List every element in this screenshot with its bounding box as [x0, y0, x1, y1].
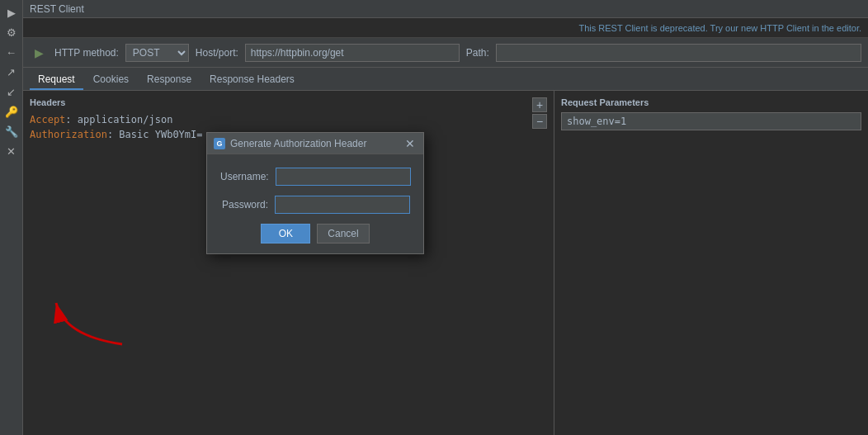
dialog-title-text: Generate Authorization Header	[230, 138, 366, 149]
password-label: Password:	[220, 199, 268, 210]
back-icon[interactable]: ←	[2, 43, 21, 61]
close-sidebar-icon[interactable]: ✕	[2, 142, 21, 160]
host-label: Host/port:	[196, 47, 238, 59]
path-label: Path:	[466, 47, 489, 59]
import-icon[interactable]: ↙	[2, 83, 21, 101]
generate-auth-dialog: G Generate Authorization Header ✕ Userna…	[206, 132, 424, 254]
tabs-bar: Request Cookies Response Response Header…	[23, 68, 868, 91]
params-panel: Request Parameters	[554, 91, 868, 435]
dialog-titlebar: G Generate Authorization Header ✕	[207, 133, 423, 154]
username-field: Username:	[220, 168, 410, 186]
run-button[interactable]: ▶	[30, 44, 48, 62]
content-area: Headers Accept: application/json Authori…	[23, 91, 868, 435]
password-field: Password:	[220, 196, 410, 214]
params-input[interactable]	[561, 112, 861, 130]
password-input[interactable]	[275, 196, 410, 214]
tab-response[interactable]: Response	[139, 70, 200, 90]
sidebar: ▶ ⚙ ← ↗ ↙ 🔑 🔧 ✕	[0, 0, 23, 435]
method-label: HTTP method:	[54, 47, 119, 59]
dialog-buttons: OK Cancel	[220, 224, 410, 244]
dialog-body: Username: Password: OK Cancel	[207, 154, 423, 253]
run-icon[interactable]: ▶	[2, 3, 21, 21]
cancel-button[interactable]: Cancel	[317, 224, 369, 244]
add-header-button[interactable]: +	[532, 97, 547, 112]
http-method-row: ▶ HTTP method: POST GET PUT DELETE Host/…	[23, 38, 868, 68]
tab-cookies[interactable]: Cookies	[85, 70, 137, 90]
header-line-1: Accept: application/json	[30, 112, 547, 127]
tools-icon[interactable]: 🔧	[2, 122, 21, 140]
username-input[interactable]	[276, 168, 411, 186]
path-input[interactable]	[496, 44, 861, 62]
header-key-2: Authorization	[30, 129, 107, 140]
dialog-close-button[interactable]: ✕	[403, 137, 417, 150]
panel-buttons: + −	[532, 97, 547, 129]
headers-label: Headers	[30, 97, 547, 107]
title-text: REST Client	[30, 3, 84, 15]
tab-request[interactable]: Request	[30, 70, 83, 90]
remove-header-button[interactable]: −	[532, 114, 547, 129]
ok-button[interactable]: OK	[261, 224, 310, 244]
header-value-1: : application/json	[65, 114, 172, 125]
deprecation-bar: This REST Client is deprecated. Try our …	[23, 18, 868, 38]
header-key-1: Accept	[30, 114, 65, 125]
dialog-title-left: G Generate Authorization Header	[214, 138, 366, 149]
http-method-select[interactable]: POST GET PUT DELETE	[125, 44, 189, 62]
dialog-icon: G	[214, 138, 225, 149]
export-icon[interactable]: ↗	[2, 63, 21, 81]
title-bar: REST Client	[23, 0, 868, 18]
auth-icon[interactable]: 🔑	[2, 102, 21, 121]
deprecation-text: This REST Client is deprecated. Try our …	[578, 23, 861, 33]
username-label: Username:	[220, 171, 269, 182]
params-label: Request Parameters	[561, 97, 861, 107]
main-content: REST Client This REST Client is deprecat…	[23, 0, 868, 435]
header-value-2: : Basic YWb0YmI=	[107, 129, 203, 140]
settings-icon[interactable]: ⚙	[2, 23, 21, 41]
host-input[interactable]	[245, 44, 460, 62]
tab-response-headers[interactable]: Response Headers	[201, 70, 303, 90]
